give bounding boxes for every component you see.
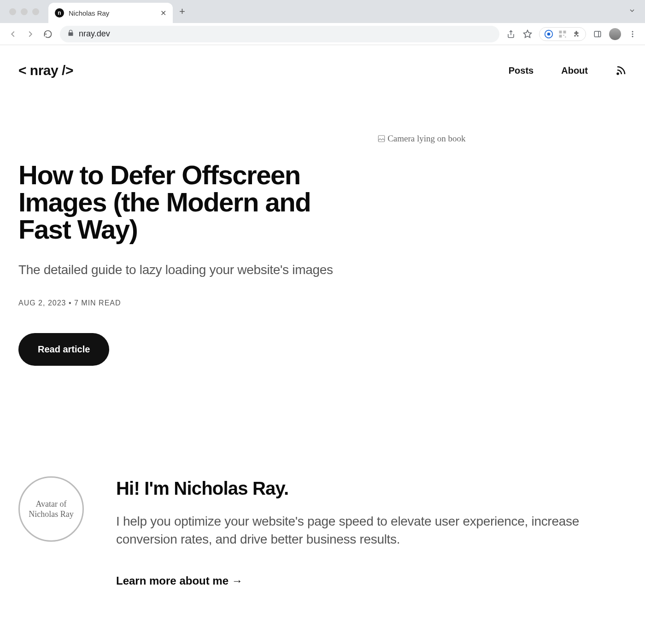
bookmark-icon[interactable] bbox=[522, 29, 533, 39]
tabs-dropdown-button[interactable] bbox=[628, 7, 636, 16]
extension-qr-icon[interactable] bbox=[558, 29, 567, 39]
svg-rect-6 bbox=[559, 35, 562, 37]
svg-point-3 bbox=[547, 32, 551, 35]
hero-content: How to Defer Offscreen Images (the Moder… bbox=[18, 134, 359, 366]
tab-bar: n Nicholas Ray ✕ + bbox=[0, 0, 645, 23]
about-text: I help you optimize your website's page … bbox=[116, 513, 627, 548]
site-logo[interactable]: < nray /> bbox=[18, 63, 73, 78]
rss-icon[interactable] bbox=[616, 65, 627, 76]
about-heading: Hi! I'm Nicholas Ray. bbox=[116, 478, 627, 499]
forward-button[interactable] bbox=[25, 29, 36, 40]
page-content: < nray /> Posts About How to Defer Offsc… bbox=[0, 45, 645, 624]
extensions-menu-icon[interactable] bbox=[572, 29, 581, 39]
svg-point-11 bbox=[632, 31, 633, 32]
url-input[interactable]: nray.dev bbox=[60, 26, 499, 42]
new-tab-button[interactable]: + bbox=[173, 6, 192, 18]
read-article-button[interactable]: Read article bbox=[18, 333, 109, 366]
favicon-icon: n bbox=[55, 8, 64, 18]
learn-more-link[interactable]: Learn more about me → bbox=[116, 574, 243, 587]
address-bar-actions bbox=[506, 27, 638, 41]
address-bar: nray.dev bbox=[0, 23, 645, 45]
svg-point-12 bbox=[632, 33, 633, 35]
broken-image-icon bbox=[377, 135, 386, 143]
svg-point-13 bbox=[632, 35, 633, 37]
close-window-button[interactable] bbox=[9, 8, 16, 15]
close-tab-button[interactable]: ✕ bbox=[160, 9, 166, 18]
maximize-window-button[interactable] bbox=[32, 8, 39, 15]
svg-rect-15 bbox=[378, 135, 385, 142]
svg-rect-4 bbox=[559, 30, 562, 33]
share-icon[interactable] bbox=[506, 29, 516, 39]
minimize-window-button[interactable] bbox=[21, 8, 28, 15]
article-title: How to Defer Offscreen Images (the Moder… bbox=[18, 161, 359, 243]
reload-button[interactable] bbox=[42, 29, 53, 40]
nav-about[interactable]: About bbox=[561, 65, 588, 76]
hero-image-area: Camera lying on book bbox=[377, 134, 627, 366]
browser-chrome: n Nicholas Ray ✕ + nray.dev bbox=[0, 0, 645, 45]
about-content: Hi! I'm Nicholas Ray. I help you optimiz… bbox=[116, 476, 627, 587]
tab-title: Nicholas Ray bbox=[69, 9, 156, 17]
hero-section: How to Defer Offscreen Images (the Moder… bbox=[18, 134, 627, 366]
extensions-group bbox=[539, 27, 586, 41]
browser-tab[interactable]: n Nicholas Ray ✕ bbox=[48, 3, 173, 23]
svg-marker-1 bbox=[524, 30, 532, 37]
avatar-alt-text: Avatar of Nicholas Ray bbox=[23, 499, 79, 520]
svg-rect-8 bbox=[565, 36, 566, 37]
lock-icon bbox=[67, 29, 74, 38]
article-meta: AUG 2, 2023 • 7 MIN READ bbox=[18, 299, 359, 307]
site-header: < nray /> Posts About bbox=[18, 63, 627, 78]
svg-point-14 bbox=[617, 73, 619, 75]
article-subtitle: The detailed guide to lazy loading your … bbox=[18, 261, 359, 279]
browser-menu-icon[interactable] bbox=[627, 29, 638, 39]
svg-rect-9 bbox=[594, 31, 601, 37]
svg-rect-7 bbox=[563, 35, 564, 35]
sidepanel-icon[interactable] bbox=[592, 29, 603, 39]
primary-nav: Posts About bbox=[509, 65, 627, 76]
author-avatar: Avatar of Nicholas Ray bbox=[18, 476, 84, 542]
nav-posts[interactable]: Posts bbox=[509, 65, 534, 76]
broken-image-placeholder: Camera lying on book bbox=[377, 134, 465, 144]
extension-1password-icon[interactable] bbox=[544, 29, 553, 39]
url-text: nray.dev bbox=[79, 29, 110, 39]
back-button[interactable] bbox=[7, 29, 18, 40]
svg-rect-5 bbox=[563, 30, 566, 33]
profile-avatar[interactable] bbox=[609, 28, 621, 40]
window-controls bbox=[6, 8, 48, 15]
broken-image-alt: Camera lying on book bbox=[387, 134, 465, 144]
about-section: Avatar of Nicholas Ray Hi! I'm Nicholas … bbox=[18, 476, 627, 587]
